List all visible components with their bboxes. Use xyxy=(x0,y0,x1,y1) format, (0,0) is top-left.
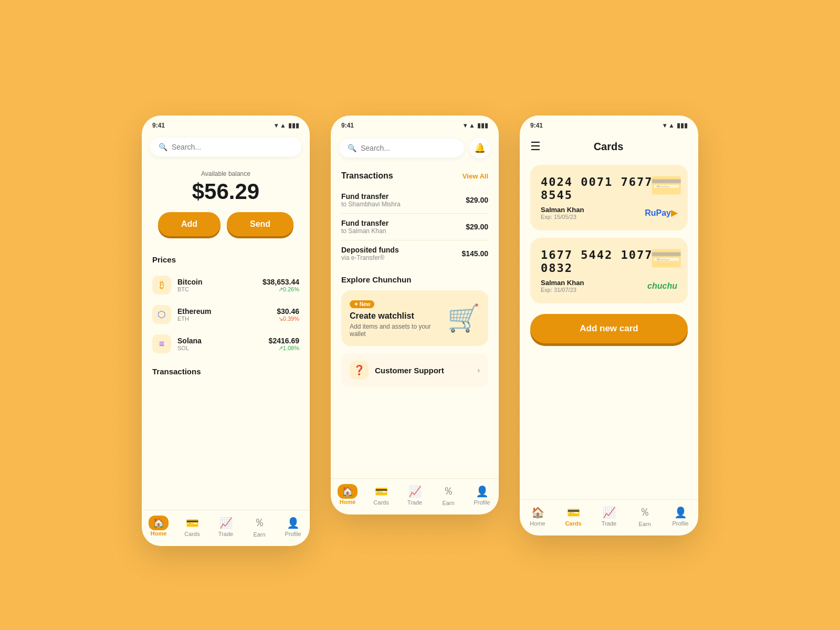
explore-card[interactable]: ✦ New Create watchlist Add items and ass… xyxy=(341,290,488,346)
phone-2: 9:41 ▾ ▲ ▮▮▮ 🔍 🔔 Transactions View All F… xyxy=(331,116,499,514)
cards-icon-3: 💳 xyxy=(567,506,580,519)
hamburger-menu[interactable]: ☰ xyxy=(530,140,541,153)
cards-label-2: Cards xyxy=(373,499,388,506)
time-3: 9:41 xyxy=(530,122,543,129)
explore-section: Explore Chunchun ✦ New Create watchlist … xyxy=(331,267,499,346)
cards-icon-2: 💳 xyxy=(375,485,388,498)
nav-earn-1[interactable]: ％ Earn xyxy=(246,516,273,538)
profile-label-1: Profile xyxy=(285,531,301,537)
nav-profile-2[interactable]: 👤 Profile xyxy=(468,485,496,506)
search-input-1[interactable] xyxy=(172,143,293,151)
notification-bell[interactable]: 🔔 xyxy=(469,138,490,159)
card-holder-2: Salman Khan xyxy=(541,279,584,287)
transaction-amount-2: $29.00 xyxy=(466,223,488,231)
wifi-icon-2: ▾ xyxy=(464,122,467,129)
btc-info: Bitcoin BTC xyxy=(177,278,256,292)
phone-3: 9:41 ▾ ▲ ▮▮▮ ☰ Cards 💳 4024 0071 7677 85… xyxy=(520,116,698,536)
card-item-1[interactable]: 💳 4024 0071 7677 8545 Salman Khan Exp: 1… xyxy=(530,165,688,230)
nav-cards-1[interactable]: 💳 Cards xyxy=(178,517,206,537)
price-item-sol[interactable]: ≡ Solana SOL $2416.69 ↗1.08% xyxy=(152,329,299,359)
nav-trade-3[interactable]: 📈 Trade xyxy=(595,506,623,527)
trade-label-1: Trade xyxy=(218,531,233,537)
explore-card-title: Create watchlist xyxy=(350,311,441,321)
transactions-title-1: Transactions xyxy=(142,359,310,380)
card-decoration-2: 💳 xyxy=(650,243,682,274)
nav-profile-1[interactable]: 👤 Profile xyxy=(279,517,307,537)
customer-support-item[interactable]: ❓ Customer Support › xyxy=(341,353,488,387)
profile-icon-2: 👤 xyxy=(476,485,489,498)
status-bar-3: 9:41 ▾ ▲ ▮▮▮ xyxy=(520,116,698,133)
card-decoration-1: 💳 xyxy=(650,170,682,201)
transaction-item-2[interactable]: Fund transfer to Salman Khan $29.00 xyxy=(331,214,499,240)
sol-price: $2416.69 xyxy=(269,337,299,345)
transaction-sub-3: via e-Transfer® xyxy=(341,254,399,261)
trade-label-2: Trade xyxy=(407,499,422,506)
card-item-2[interactable]: 💳 1677 5442 1077 0832 Salman Khan Exp: 3… xyxy=(530,238,688,303)
time-2: 9:41 xyxy=(341,122,354,129)
status-icons-3: ▾ ▲ ▮▮▮ xyxy=(663,122,688,129)
btc-change: ↗0.26% xyxy=(262,286,299,293)
nav-trade-2[interactable]: 📈 Trade xyxy=(401,485,428,506)
time-1: 9:41 xyxy=(152,122,165,129)
eth-info: Ethereum ETH xyxy=(177,307,270,322)
nav-profile-3[interactable]: 👤 Profile xyxy=(667,506,694,527)
nav-earn-2[interactable]: ％ Earn xyxy=(435,484,462,506)
transaction-item-3[interactable]: Deposited funds via e-Transfer® $145.00 xyxy=(331,240,499,267)
home-icon-3: 🏠 xyxy=(531,506,544,519)
rupay-brand: RuPay▶ xyxy=(645,208,677,218)
profile-icon-1: 👤 xyxy=(287,517,300,529)
balance-section: Available balance $56.29 Add Send xyxy=(142,165,310,247)
search-icon-2: 🔍 xyxy=(348,144,356,152)
search-bell-row: 🔍 🔔 xyxy=(339,138,490,159)
transaction-item-1[interactable]: Fund transfer to Shambhavi Mishra $29.00 xyxy=(331,187,499,213)
cards-icon-1: 💳 xyxy=(186,517,199,529)
sol-icon: ≡ xyxy=(152,334,171,353)
support-icon: ❓ xyxy=(350,361,369,380)
add-button[interactable]: Add xyxy=(158,212,220,236)
signal-icon-3: ▲ xyxy=(668,122,675,129)
nav-home-1[interactable]: 🏠 Home xyxy=(145,517,172,537)
card-exp-2: Exp: 31/07/23 xyxy=(541,287,584,293)
eth-symbol: ETH xyxy=(177,316,270,322)
card-holder-info-2: Salman Khan Exp: 31/07/23 xyxy=(541,279,584,293)
nav-trade-1[interactable]: 📈 Trade xyxy=(212,517,239,537)
send-button[interactable]: Send xyxy=(227,212,293,236)
wifi-icon-3: ▾ xyxy=(663,122,666,129)
nav-cards-3[interactable]: 💳 Cards xyxy=(560,506,587,527)
earn-icon-3: ％ xyxy=(639,505,650,519)
trade-label-3: Trade xyxy=(602,520,616,527)
search-bar-2[interactable]: 🔍 xyxy=(339,139,464,158)
home-label-1: Home xyxy=(151,530,167,537)
btc-name: Bitcoin xyxy=(177,278,256,286)
add-card-button[interactable]: Add new card xyxy=(530,314,688,343)
wifi-icon: ▾ xyxy=(275,122,278,129)
search-input-2[interactable] xyxy=(361,144,456,152)
search-bar-1[interactable]: 🔍 xyxy=(150,138,301,156)
btc-symbol: BTC xyxy=(177,286,256,292)
profile-icon-3: 👤 xyxy=(674,506,687,519)
transactions-header: Transactions View All xyxy=(331,167,499,187)
rupay-arrow: ▶ xyxy=(671,208,677,217)
eth-name: Ethereum xyxy=(177,307,270,316)
transaction-name-3: Deposited funds xyxy=(341,246,399,254)
search-icon-1: 🔍 xyxy=(159,143,167,151)
nav-home-3[interactable]: 🏠 Home xyxy=(524,506,551,527)
view-all-link[interactable]: View All xyxy=(463,172,488,180)
transaction-sub-1: to Shambhavi Mishra xyxy=(341,201,401,208)
btc-price: $38,653.44 xyxy=(262,278,299,286)
profile-label-3: Profile xyxy=(672,520,688,527)
earn-icon-1: ％ xyxy=(254,516,265,530)
nav-cards-2[interactable]: 💳 Cards xyxy=(368,485,395,506)
status-bar-2: 9:41 ▾ ▲ ▮▮▮ xyxy=(331,116,499,133)
earn-label-3: Earn xyxy=(638,521,650,527)
earn-icon-2: ％ xyxy=(443,484,454,498)
sol-symbol: SOL xyxy=(177,345,262,351)
balance-amount: $56.29 xyxy=(152,180,299,204)
price-item-btc[interactable]: ₿ Bitcoin BTC $38,653.44 ↗0.26% xyxy=(152,270,299,300)
nav-home-2[interactable]: 🏠 Home xyxy=(334,485,361,505)
chuchu-brand: chuchu xyxy=(647,281,677,291)
nav-earn-3[interactable]: ％ Earn xyxy=(631,505,658,527)
price-item-eth[interactable]: ⬡ Ethereum ETH $30.46 ↘0.39% xyxy=(152,300,299,329)
sol-name: Solana xyxy=(177,337,262,345)
btc-icon: ₿ xyxy=(152,276,171,295)
